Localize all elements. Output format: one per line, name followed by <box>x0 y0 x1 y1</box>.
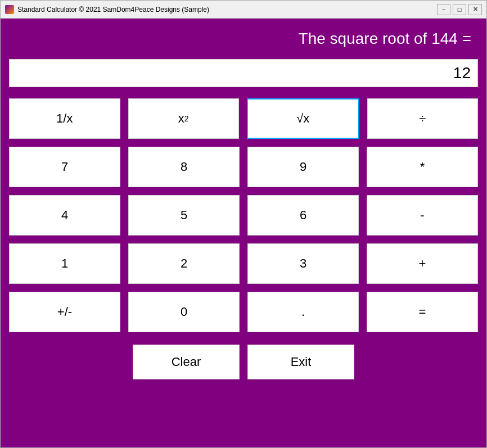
minimize-button[interactable]: − <box>437 4 450 15</box>
add-button[interactable]: + <box>367 243 478 284</box>
one-button[interactable]: 1 <box>9 243 120 284</box>
four-button[interactable]: 4 <box>9 195 120 236</box>
display-label: The square root of 144 = <box>9 24 478 53</box>
row-4: 1 2 3 + <box>9 243 478 284</box>
three-button[interactable]: 3 <box>247 243 359 284</box>
eight-button[interactable]: 8 <box>128 147 240 187</box>
square-button[interactable]: x2 <box>128 98 240 139</box>
reciprocal-button[interactable]: 1/x <box>9 98 120 139</box>
bottom-row: Clear Exit <box>9 340 478 379</box>
display-value: 12 <box>9 59 478 87</box>
equals-button[interactable]: = <box>367 292 478 332</box>
calculator-window: Standard Calculator © 2021 SamDom4Peace … <box>0 0 487 448</box>
title-bar-text: Standard Calculator © 2021 SamDom4Peace … <box>17 6 437 13</box>
two-button[interactable]: 2 <box>128 243 240 284</box>
title-bar: Standard Calculator © 2021 SamDom4Peace … <box>1 1 486 19</box>
negate-button[interactable]: +/- <box>9 292 120 332</box>
decimal-button[interactable]: . <box>247 292 359 332</box>
row-2: 7 8 9 * <box>9 147 478 187</box>
subtract-button[interactable]: - <box>367 195 478 236</box>
app-icon <box>5 5 14 14</box>
sqrt-button[interactable]: √x <box>247 98 359 139</box>
clear-button[interactable]: Clear <box>133 345 240 379</box>
row-1: 1/x x2 √x ÷ <box>9 98 478 139</box>
maximize-button[interactable]: □ <box>453 4 466 15</box>
exit-button[interactable]: Exit <box>247 345 354 379</box>
six-button[interactable]: 6 <box>247 195 359 236</box>
zero-button[interactable]: 0 <box>128 292 240 332</box>
multiply-button[interactable]: * <box>367 147 478 187</box>
buttons-area: 1/x x2 √x ÷ 7 8 9 * 4 5 6 - 1 <box>9 93 478 436</box>
five-button[interactable]: 5 <box>128 195 240 236</box>
window-controls: − □ ✕ <box>437 4 482 15</box>
calculator-body: The square root of 144 = 12 1/x x2 √x ÷ … <box>1 19 486 447</box>
divide-button[interactable]: ÷ <box>367 98 479 139</box>
row-3: 4 5 6 - <box>9 195 478 236</box>
seven-button[interactable]: 7 <box>9 147 120 187</box>
nine-button[interactable]: 9 <box>247 147 359 187</box>
close-button[interactable]: ✕ <box>468 4 482 15</box>
row-5: +/- 0 . = <box>9 292 478 332</box>
